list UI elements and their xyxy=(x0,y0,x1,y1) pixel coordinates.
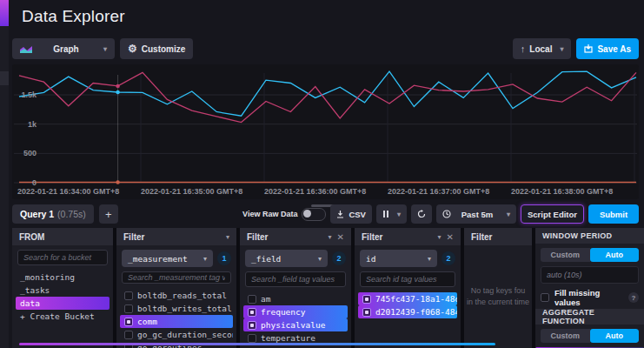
tag-key-dropdown-measurement[interactable]: _measurement ▾ xyxy=(122,250,213,267)
list-item-label: am xyxy=(261,294,270,304)
pause-icon xyxy=(382,210,389,219)
id-search-input[interactable] xyxy=(360,271,455,287)
nav-item[interactable] xyxy=(0,71,9,85)
filter-header: Filter xyxy=(471,232,525,242)
auto-option[interactable]: Auto xyxy=(590,248,640,262)
x-tick-label: 2022-01-21 16:36:00 GMT+8 xyxy=(264,187,366,196)
list-item[interactable]: 745fc437-18a1-48d7-98a6-7… xyxy=(358,292,457,305)
save-icon xyxy=(584,44,593,53)
gear-icon: ⚙ xyxy=(128,44,137,54)
filter-card-empty: Filter No tag keys fou in the current ti… xyxy=(464,228,532,348)
checkbox xyxy=(248,321,256,330)
filter-card-field: Filter ▾ ✕ _field ▾ 2 amfrequencyphysica… xyxy=(240,228,351,348)
query-tab[interactable]: Query 1 (0.75s) xyxy=(12,204,94,224)
custom-option[interactable]: Custom xyxy=(541,248,590,262)
visualization-type-label: Graph xyxy=(53,44,78,54)
list-item-label: physicalvalue xyxy=(261,320,325,330)
time-range-dropdown[interactable]: Past 5m ▾ xyxy=(436,204,516,224)
checkbox xyxy=(124,291,133,300)
chevron-down-icon: ▾ xyxy=(203,255,207,263)
chevron-down-icon[interactable]: ▾ xyxy=(226,233,229,241)
checkbox xyxy=(248,308,256,317)
list-item[interactable]: _tasks xyxy=(16,284,110,297)
aggregate-toggle: Custom Auto xyxy=(541,329,639,343)
x-tick-label: 2022-01-21 16:35:00 GMT+8 xyxy=(141,187,242,196)
list-item[interactable]: d2012439-f068-4842-bfef-8… xyxy=(358,305,457,318)
view-raw-data-toggle[interactable] xyxy=(302,208,326,221)
list-item[interactable]: comm xyxy=(120,315,233,328)
list-item[interactable]: frequency xyxy=(243,305,348,318)
fill-missing-checkbox[interactable] xyxy=(541,293,549,302)
list-item[interactable]: am xyxy=(243,292,348,305)
add-query-button[interactable]: + xyxy=(99,204,118,224)
list-item[interactable]: go_gc_duration_seconds xyxy=(120,328,233,341)
bucket-search-input[interactable] xyxy=(17,250,108,265)
id-value-list: 745fc437-18a1-48d7-98a6-7…d2012439-f068-… xyxy=(358,292,457,318)
field-search-input[interactable] xyxy=(245,271,346,287)
chevron-down-icon: ▾ xyxy=(560,45,563,53)
y-tick-label: 0 xyxy=(14,178,37,187)
refresh-icon xyxy=(417,210,426,218)
tag-key-label: _measurement xyxy=(128,254,203,264)
visualization-type-dropdown[interactable]: Graph ▾ xyxy=(12,38,115,59)
pause-dropdown-button[interactable]: ▾ xyxy=(376,204,407,224)
save-as-button[interactable]: Save As xyxy=(576,38,639,59)
arrow-up-icon: ↑ xyxy=(521,44,526,54)
y-tick-label: 1.5k xyxy=(14,90,37,99)
local-dropdown[interactable]: ↑ Local ▾ xyxy=(513,38,572,59)
nav-sidebar[interactable] xyxy=(0,0,9,348)
refresh-button[interactable] xyxy=(411,204,432,224)
checkbox xyxy=(124,304,133,313)
aggregate-function-header: AGGREGATE FUNCTION xyxy=(535,309,644,325)
auto-option[interactable]: Auto xyxy=(590,329,640,343)
list-item-label: comm xyxy=(137,317,157,326)
filter-header: Filter xyxy=(123,232,221,242)
list-item-label: d2012439-f068-4842-bfef-8… xyxy=(375,307,457,317)
list-item-label: data xyxy=(20,298,40,308)
chevron-down-icon: ▾ xyxy=(397,211,401,218)
list-item[interactable]: + Create Bucket xyxy=(16,310,110,323)
tag-key-label: _field xyxy=(251,254,318,264)
chevron-down-icon: ▾ xyxy=(507,211,510,218)
question-icon[interactable]: ? xyxy=(628,292,639,303)
chevron-down-icon[interactable]: ▾ xyxy=(438,233,442,241)
x-tick-label: 2022-01-21 16:34:00 GMT+8 xyxy=(17,187,119,196)
toolbar: Graph ▾ ⚙ Customize ↑ Local ▾ Save As xyxy=(12,38,639,59)
toggle-knob xyxy=(303,210,311,218)
page-title: Data Explorer xyxy=(22,7,125,26)
list-item-label: boltdb_reads_total xyxy=(137,291,227,300)
tag-key-dropdown-field[interactable]: _field ▾ xyxy=(245,250,328,267)
csv-download-button[interactable]: CSV xyxy=(330,204,372,224)
checkbox xyxy=(248,334,256,343)
influxdb-logo[interactable] xyxy=(0,0,9,26)
list-item-label: 745fc437-18a1-48d7-98a6-7… xyxy=(375,294,457,304)
tag-key-dropdown-id[interactable]: id ▾ xyxy=(360,250,437,267)
y-tick-label: 500 xyxy=(14,149,37,157)
window-period-input[interactable]: auto (10s) xyxy=(541,266,639,284)
line-chart[interactable] xyxy=(12,64,639,186)
list-item[interactable]: data xyxy=(16,297,110,310)
customize-button[interactable]: ⚙ Customize xyxy=(120,38,193,59)
measurement-list: boltdb_reads_totalboltdb_writes_totalcom… xyxy=(120,289,233,348)
chevron-down-icon[interactable]: ▾ xyxy=(329,233,332,241)
local-label: Local xyxy=(529,44,552,54)
filter-header: Filter xyxy=(247,232,323,242)
custom-option[interactable]: Custom xyxy=(541,329,590,343)
builder-horizontal-scrollbar[interactable] xyxy=(19,343,495,345)
chart-panel[interactable]: 05001k1.5k 2022-01-21 16:34:00 GMT+82022… xyxy=(12,64,639,199)
close-icon[interactable]: ✕ xyxy=(337,232,344,242)
time-range-label: Past 5m xyxy=(461,210,493,219)
query-duration: (0.75s) xyxy=(57,209,86,219)
hover-point xyxy=(116,180,119,184)
list-item[interactable]: boltdb_writes_total xyxy=(120,302,233,315)
x-tick-label: 2022-01-21 16:38:00 GMT+8 xyxy=(511,187,613,196)
submit-button[interactable]: Submit xyxy=(588,204,639,224)
script-editor-button[interactable]: Script Editor xyxy=(521,204,584,224)
close-icon[interactable]: ✕ xyxy=(447,232,454,242)
measurement-search-input[interactable] xyxy=(122,271,231,284)
x-tick-label: 2022-01-21 16:37:00 GMT+8 xyxy=(388,187,489,196)
tag-key-label: id xyxy=(366,254,428,264)
list-item[interactable]: boltdb_reads_total xyxy=(120,289,233,302)
list-item[interactable]: _monitoring xyxy=(16,271,110,284)
list-item[interactable]: physicalvalue xyxy=(243,318,348,331)
